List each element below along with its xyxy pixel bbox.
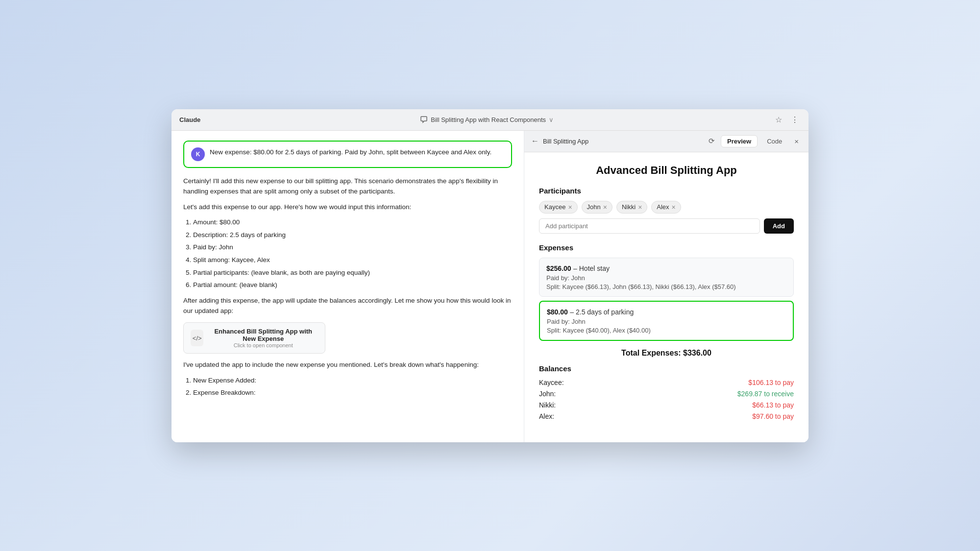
breakdown-list: New Expense Added: Expense Breakdown: <box>193 375 512 398</box>
remove-alex-button[interactable]: × <box>672 203 676 211</box>
settings-button[interactable]: ⋮ <box>789 113 801 126</box>
add-participant-row: Add <box>539 218 794 234</box>
chat-panel: K New expense: $80.00 for 2.5 days of pa… <box>172 131 524 442</box>
close-preview-button[interactable]: × <box>791 136 802 147</box>
component-btn-text: Enhanced Bill Splitting App with New Exp… <box>208 328 318 348</box>
preview-title: Bill Splitting App <box>543 138 588 145</box>
code-tab-button[interactable]: Code <box>760 135 788 147</box>
balance-name-john: John: <box>539 390 556 398</box>
balance-row-kaycee: Kaycee: $106.13 to pay <box>539 379 794 386</box>
balances-label: Balances <box>539 364 794 373</box>
claude-logo: Claude <box>179 116 200 123</box>
expense-paid-parking: Paid by: John <box>547 318 786 325</box>
conversation-title: Bill Splitting App with React Components <box>431 116 546 123</box>
preview-topbar-left: ← Bill Splitting App <box>531 137 588 145</box>
add-participant-button[interactable]: Add <box>764 218 794 234</box>
assistant-intro: Certainly! I'll add this new expense to … <box>183 176 512 197</box>
expense-amount-hotel: $256.00 <box>546 264 571 272</box>
star-button[interactable]: ☆ <box>773 113 784 126</box>
step-4: Split among: Kaycee, Alex <box>193 255 512 265</box>
balances-section: Balances Kaycee: $106.13 to pay John: $2… <box>539 364 794 420</box>
assistant-after-adding: After adding this expense, the app will … <box>183 295 512 316</box>
expense-line-2: $80.00 – 2.5 days of parking <box>547 308 786 316</box>
assistant-updated-text: I've updated the app to include the new … <box>183 359 512 370</box>
participants-row: Kaycee × John × Nikki × Alex <box>539 201 794 214</box>
balance-name-alex: Alex: <box>539 412 554 420</box>
breakdown-title: New Expense Added: <box>193 375 512 386</box>
expense-desc-hotel: – Hotel stay <box>573 264 610 272</box>
code-icon: </> <box>191 330 203 346</box>
top-bar-right: ☆ ⋮ <box>773 113 801 126</box>
expense-line-1: $256.00 – Hotel stay <box>546 264 786 273</box>
main-layout: K New expense: $80.00 for 2.5 days of pa… <box>172 131 808 442</box>
chevron-icon: ∨ <box>549 116 554 123</box>
step-3: Paid by: John <box>193 242 512 253</box>
balance-name-kaycee: Kaycee: <box>539 379 564 386</box>
component-btn-subtitle: Click to open component <box>208 342 318 348</box>
back-button[interactable]: ← <box>531 137 539 145</box>
component-btn-title: Enhanced Bill Splitting App with New Exp… <box>208 328 318 342</box>
component-open-button[interactable]: </> Enhanced Bill Splitting App with New… <box>183 322 325 354</box>
participants-label: Participants <box>539 187 794 195</box>
preview-topbar-right: ⟳ Preview Code × <box>706 135 802 147</box>
preview-topbar: ← Bill Splitting App ⟳ Preview Code × <box>524 131 808 152</box>
total-expenses: Total Expenses: $336.00 <box>539 349 794 358</box>
balance-row-john: John: $269.87 to receive <box>539 390 794 398</box>
user-message: K New expense: $80.00 for 2.5 days of pa… <box>183 141 512 168</box>
expenses-section: Expenses $256.00 – Hotel stay Paid by: J… <box>539 243 794 341</box>
balance-name-nikki: Nikki: <box>539 401 556 409</box>
expense-item-parking: $80.00 – 2.5 days of parking Paid by: Jo… <box>539 301 794 341</box>
browser-window: Claude Bill Splitting App with React Com… <box>172 109 808 442</box>
balance-amount-nikki: $66.13 to pay <box>752 401 794 409</box>
expense-desc-parking: – 2.5 days of parking <box>570 308 634 316</box>
participant-tag-nikki: Nikki × <box>616 201 647 214</box>
expense-split-parking: Split: Kaycee ($40.00), Alex ($40.00) <box>547 327 786 334</box>
app-title: Advanced Bill Splitting App <box>539 164 794 177</box>
step-6: Partial amount: (leave blank) <box>193 280 512 290</box>
step-1: Amount: $80.00 <box>193 217 512 228</box>
top-bar-left: Claude <box>179 116 200 123</box>
steps-list: Amount: $80.00 Description: 2.5 days of … <box>193 217 512 290</box>
participant-tag-kaycee: Kaycee × <box>539 201 578 214</box>
balance-amount-alex: $97.60 to pay <box>752 412 794 420</box>
remove-nikki-button[interactable]: × <box>638 203 642 211</box>
balance-amount-john: $269.87 to receive <box>737 390 794 398</box>
remove-john-button[interactable]: × <box>603 203 607 211</box>
expense-breakdown-title: Expense Breakdown: <box>193 387 512 398</box>
participant-tag-john: John × <box>582 201 612 214</box>
preview-tab-button[interactable]: Preview <box>721 135 758 147</box>
remove-kaycee-button[interactable]: × <box>568 203 572 211</box>
balance-amount-kaycee: $106.13 to pay <box>748 379 794 386</box>
top-bar-center: Bill Splitting App with React Components… <box>420 116 554 123</box>
expense-item-hotel: $256.00 – Hotel stay Paid by: John Split… <box>539 258 794 297</box>
step-5: Partial participants: (leave blank, as b… <box>193 267 512 278</box>
top-bar: Claude Bill Splitting App with React Com… <box>172 109 808 131</box>
assistant-response: Certainly! I'll add this new expense to … <box>183 176 512 398</box>
preview-content: Advanced Bill Splitting App Participants… <box>524 152 808 442</box>
avatar: K <box>191 147 205 161</box>
expenses-label: Expenses <box>539 243 794 252</box>
step-2: Description: 2.5 days of parking <box>193 230 512 240</box>
assistant-how-to: Let's add this expense to our app. Here'… <box>183 202 512 213</box>
preview-panel: ← Bill Splitting App ⟳ Preview Code × Ad… <box>524 131 808 442</box>
chat-icon <box>420 116 428 123</box>
balance-row-nikki: Nikki: $66.13 to pay <box>539 401 794 409</box>
refresh-button[interactable]: ⟳ <box>706 135 718 147</box>
expense-paid-hotel: Paid by: John <box>546 274 786 282</box>
balance-row-alex: Alex: $97.60 to pay <box>539 412 794 420</box>
expense-split-hotel: Split: Kaycee ($66.13), John ($66.13), N… <box>546 283 786 290</box>
expense-amount-parking: $80.00 <box>547 308 568 316</box>
participants-section: Participants Kaycee × John × Nikki × <box>539 187 794 234</box>
user-message-text: New expense: $80.00 for 2.5 days of park… <box>210 147 491 157</box>
add-participant-input[interactable] <box>539 218 760 234</box>
participant-tag-alex: Alex × <box>651 201 681 214</box>
